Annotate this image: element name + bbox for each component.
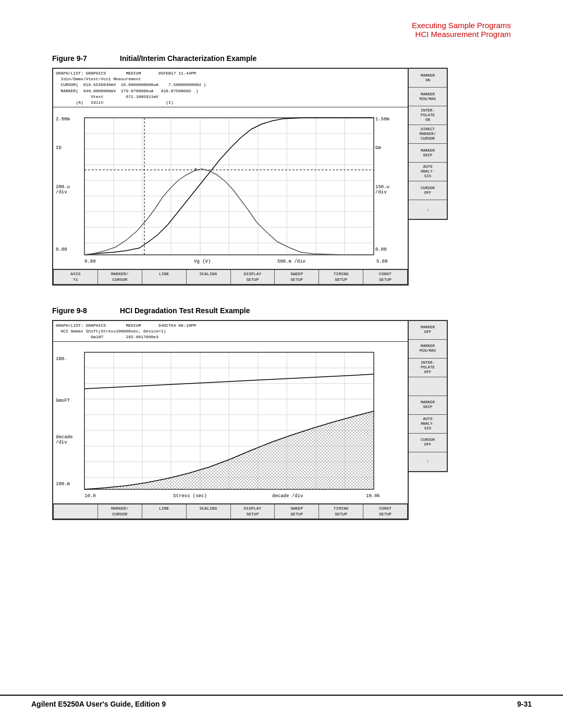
figure-7-label: Figure 9-7 [52,54,104,63]
menu-const-setup[interactable]: CONSTSETUP [363,270,407,284]
figure-7-graph-area: GRAPH/LIST: GRAPHICS MEDIUM 95FEB17 11.4… [21,68,542,286]
figure-8-softkey-panel: MARKEROFF MARKERMIN/MAX INTER-POLATEOFF … [409,320,448,472]
figure-7-instrument-screen: GRAPH/LIST: GRAPHICS MEDIUM 95FEB17 11.4… [52,68,409,286]
figure-8-plot: 100. GmsFT decade /div 100.m 10.0 Stress… [53,342,408,503]
figure-7-softkey-panel: MARKERON MARKERMIN/MAX INTER-POLATEON DI… [409,68,448,220]
svg-text:Stress (sec): Stress (sec) [173,493,207,499]
svg-text:2.00m: 2.00m [56,117,70,122]
svg-text:200.u: 200.u [56,184,70,190]
svg-text:ID: ID [56,145,62,151]
svg-text:Vg (V): Vg (V) [194,259,211,264]
figure-7-plot: 2.00m ID 200.u /div 0.00 1.50m Gm 150.u … [53,107,408,269]
figure-8-screen-header: GRAPH/LIST: GRAPHICS MEDIUM 94OCT04 08:1… [53,321,408,342]
figure-7-screen-header: GRAPH/LIST: GRAPHICS MEDIUM 95FEB17 11.4… [53,69,408,107]
svg-text:5.00: 5.00 [376,259,388,264]
menu8-display-setup[interactable]: DISPLAYSETUP [231,504,275,519]
figure-7-menu-bar: AXISY1 MARKER/CURSOR LINE SCALING DISPLA… [53,269,408,285]
menu-axis[interactable]: AXISY1 [54,270,98,284]
figure-8-graph-area: GRAPH/LIST: GRAPHICS MEDIUM 94OCT04 08:1… [21,320,542,520]
svg-text:/div: /div [56,440,67,445]
figure-8-section: Figure 9-8 HCI Degradation Test Result E… [21,306,542,520]
menu8-marker-cursor[interactable]: MARKER/CURSOR [98,504,142,519]
menu8-const-setup[interactable]: CONSTSETUP [363,504,407,519]
svg-text:10.0: 10.0 [84,493,96,499]
softkey-down-arrow[interactable]: ↓ [409,200,447,219]
svg-text:/div: /div [375,190,387,195]
menu-marker-cursor[interactable]: MARKER/CURSOR [98,270,142,284]
header-line1: Executing Sample Programs [21,21,511,30]
menu-display-setup[interactable]: DISPLAYSETUP [231,270,275,284]
softkey-marker-minmax[interactable]: MARKERMIN/MAX [409,88,447,106]
softkey8-cursor-off[interactable]: CURSOROFF [409,434,447,452]
figure-7-header: Figure 9-7 Initial/Interim Characterizat… [21,54,542,63]
menu-timing-setup[interactable]: TIMINGSETUP [319,270,363,284]
figure-8-title: HCI Degradation Test Result Example [120,306,250,315]
figure-8-header: Figure 9-8 HCI Degradation Test Result E… [21,306,542,315]
svg-text:decade /div: decade /div [272,493,303,499]
svg-text:*: * [194,167,198,175]
softkey8-empty [409,377,447,396]
menu-line[interactable]: LINE [142,270,187,284]
figure-7-section: Figure 9-7 Initial/Interim Characterizat… [21,54,542,286]
menu8-scaling[interactable]: SCALING [187,504,231,519]
softkey-cursor-off[interactable]: CURSOROFF [409,181,447,200]
softkey8-marker-skip[interactable]: MARKERSKIP [409,396,447,415]
svg-text:/div: /div [56,190,67,195]
softkey8-marker-off[interactable]: MARKEROFF [409,321,447,340]
figure-8-instrument-screen: GRAPH/LIST: GRAPHICS MEDIUM 94OCT04 08:1… [52,320,409,520]
menu8-sweep-setup[interactable]: SWEEPSETUP [275,504,319,519]
svg-text:decade: decade [56,435,72,440]
footer-title: Agilent E5250A User's Guide, Edition 9 [31,700,166,708]
svg-text:GmsFT: GmsFT [56,398,70,403]
svg-rect-0 [53,107,408,269]
softkey-direct-marker[interactable]: DIRECTMARKER/CURSOR [409,125,447,144]
figure-7-title: Initial/Interim Characterization Example [120,54,256,63]
svg-text:1.50m: 1.50m [375,117,389,122]
footer-page: 9-31 [517,700,532,708]
svg-text:100.m: 100.m [56,482,70,487]
menu8-timing-setup[interactable]: TIMINGSETUP [319,504,363,519]
softkey-marker-skip[interactable]: MARKERSKIP [409,144,447,163]
svg-text:0.00: 0.00 [84,259,96,264]
page-footer: Agilent E5250A User's Guide, Edition 9 9… [0,695,563,712]
menu8-line[interactable]: LINE [142,504,187,519]
menu-scaling[interactable]: SCALING [187,270,231,284]
svg-text:10.0k: 10.0k [366,493,380,499]
svg-text:100.: 100. [56,356,67,362]
figure-8-label: Figure 9-8 [52,306,104,315]
softkey-auto-analysis[interactable]: AUTOANALY-SIS [409,163,447,181]
svg-text:0.00: 0.00 [375,247,387,252]
softkey-marker-on[interactable]: MARKERON [409,69,447,88]
header-section: Executing Sample Programs HCI Measuremen… [21,10,542,44]
page-container: Executing Sample Programs HCI Measuremen… [0,0,563,728]
svg-text:500.m /div: 500.m /div [277,259,306,264]
svg-text:Gm: Gm [375,145,381,151]
softkey8-auto-analysis[interactable]: AUTOANALY-SIS [409,415,447,434]
menu8-empty[interactable] [54,504,98,519]
menu-sweep-setup[interactable]: SWEEPSETUP [275,270,319,284]
softkey-interpolate-on[interactable]: INTER-POLATEON [409,106,447,125]
header-line2: HCI Measurement Program [21,30,511,39]
softkey8-marker-minmax[interactable]: MARKERMIN/MAX [409,340,447,359]
svg-text:0.00: 0.00 [56,247,67,252]
figure-8-menu-bar: MARKER/CURSOR LINE SCALING DISPLAYSETUP … [53,503,408,519]
svg-text:150.u: 150.u [375,184,389,190]
softkey8-down-arrow[interactable]: ↓ [409,452,447,471]
softkey8-interpolate-off[interactable]: INTER-POLATEOFF [409,359,447,377]
